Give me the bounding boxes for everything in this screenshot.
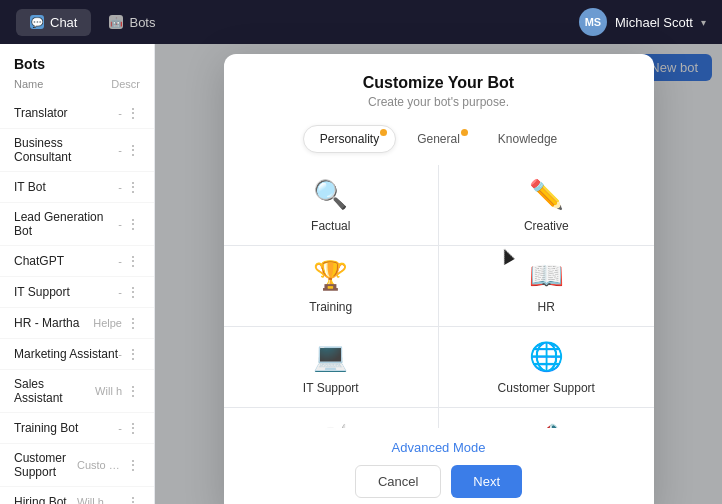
sidebar-row[interactable]: IT Support - ⋮ [0,277,154,308]
nav-tab-chat[interactable]: 💬 Chat [16,9,91,36]
sidebar-row-name: Training Bot [14,421,118,435]
tab-general[interactable]: General [400,125,477,153]
option-reservation[interactable]: 🍽️ Reservation [224,408,439,428]
more-options-icon[interactable]: ⋮ [122,253,140,269]
advanced-mode-link[interactable]: Advanced Mode [392,440,486,455]
sidebar-row-desc: Will h Ward [77,496,122,504]
sidebar-row-name: Sales Assistant [14,377,95,405]
tab-personality[interactable]: Personality [303,125,396,153]
more-options-icon[interactable]: ⋮ [122,457,140,473]
sidebar-row[interactable]: Hiring Bot Will h Ward ⋮ [0,487,154,504]
avatar: MS [579,8,607,36]
creative-label: Creative [524,219,569,233]
sidebar-row-name: IT Bot [14,180,118,194]
content-area: + + New bot Customize Your Bot Create yo… [155,44,722,504]
general-tab-dot [461,129,468,136]
sidebar-row[interactable]: Lead Generation Bot - ⋮ [0,203,154,246]
more-options-icon[interactable]: ⋮ [122,420,140,436]
next-button[interactable]: Next [451,465,522,498]
nav-tab-bots[interactable]: 🤖 Bots [95,9,169,36]
option-customer_support[interactable]: 🌐 Customer Support [439,327,654,407]
sidebar-row[interactable]: Training Bot - ⋮ [0,413,154,444]
customer_support-label: Customer Support [498,381,595,395]
sidebar: Bots Name Descr Translator - ⋮ Business … [0,44,155,504]
bots-icon: 🤖 [109,15,123,29]
marketing-icon: 📣 [529,421,564,429]
option-creative[interactable]: ✏️ Creative [439,165,654,245]
more-options-icon[interactable]: ⋮ [122,179,140,195]
sidebar-row-name: Translator [14,106,118,120]
option-training[interactable]: 🏆 Training [224,246,439,326]
option-it_support[interactable]: 💻 IT Support [224,327,439,407]
chat-icon: 💬 [30,15,44,29]
sidebar-row-name: Marketing Assistant [14,347,118,361]
sidebar-row-name: IT Support [14,285,118,299]
training-label: Training [309,300,352,314]
modal-title: Customize Your Bot [248,74,630,92]
sidebar-row-desc: Will h [95,385,122,397]
sidebar-row-name: Hiring Bot [14,495,77,504]
more-options-icon[interactable]: ⋮ [122,346,140,362]
it_support-icon: 💻 [313,340,348,373]
hr-icon: 📖 [529,259,564,292]
reservation-icon: 🍽️ [313,421,348,429]
modal-actions: Cancel Next [355,465,522,498]
option-factual[interactable]: 🔍 Factual [224,165,439,245]
sidebar-row[interactable]: Marketing Assistant - ⋮ [0,339,154,370]
more-options-icon[interactable]: ⋮ [122,216,140,232]
modal-overlay: Customize Your Bot Create your bot's pur… [155,44,722,504]
training-icon: 🏆 [313,259,348,292]
option-grid: 🔍 Factual ✏️ Creative 🏆 Training 📖 HR 💻 … [224,165,654,428]
user-name: Michael Scott [615,15,693,30]
sidebar-row[interactable]: ChatGPT - ⋮ [0,246,154,277]
sidebar-row-desc: Helpe [93,317,122,329]
tab-knowledge[interactable]: Knowledge [481,125,574,153]
modal: Customize Your Bot Create your bot's pur… [224,54,654,504]
customer_support-icon: 🌐 [529,340,564,373]
sidebar-row-name: Customer Support [14,451,77,479]
tab-general-label: General [417,132,460,146]
more-options-icon[interactable]: ⋮ [122,284,140,300]
more-options-icon[interactable]: ⋮ [122,105,140,121]
more-options-icon[interactable]: ⋮ [122,383,140,399]
more-options-icon[interactable]: ⋮ [122,142,140,158]
sidebar-row[interactable]: IT Bot - ⋮ [0,172,154,203]
sidebar-row-name: Lead Generation Bot [14,210,118,238]
sidebar-row[interactable]: HR - Martha Helpe ⋮ [0,308,154,339]
sidebar-row-name: HR - Martha [14,316,93,330]
nav-tab-chat-label: Chat [50,15,77,30]
sidebar-row-desc: Custo webs [77,459,122,471]
option-hr[interactable]: 📖 HR [439,246,654,326]
user-badge[interactable]: MS Michael Scott ▾ [579,8,706,36]
more-options-icon[interactable]: ⋮ [122,494,140,504]
main-layout: Bots Name Descr Translator - ⋮ Business … [0,44,722,504]
sidebar-rows-container: Translator - ⋮ Business Consultant - ⋮ I… [0,98,154,504]
option-marketing[interactable]: 📣 Marketing [439,408,654,428]
modal-tabs: Personality General Knowledge [224,117,654,153]
sidebar-row-name: ChatGPT [14,254,118,268]
factual-label: Factual [311,219,350,233]
modal-header: Customize Your Bot Create your bot's pur… [224,54,654,117]
nav-tab-bots-label: Bots [129,15,155,30]
tab-knowledge-label: Knowledge [498,132,557,146]
sidebar-row[interactable]: Customer Support Custo webs ⋮ [0,444,154,487]
modal-subtitle: Create your bot's purpose. [248,95,630,109]
modal-footer: Advanced Mode Cancel Next [224,428,654,504]
cancel-button[interactable]: Cancel [355,465,441,498]
sidebar-row[interactable]: Business Consultant - ⋮ [0,129,154,172]
factual-icon: 🔍 [313,178,348,211]
sidebar-title: Bots [0,56,154,78]
tab-personality-label: Personality [320,132,379,146]
sidebar-columns: Name Descr [0,78,154,98]
it_support-label: IT Support [303,381,359,395]
more-options-icon[interactable]: ⋮ [122,315,140,331]
creative-icon: ✏️ [529,178,564,211]
col-desc-header: Descr [111,78,140,90]
personality-tab-dot [380,129,387,136]
sidebar-row[interactable]: Translator - ⋮ [0,98,154,129]
col-name-header: Name [14,78,107,90]
chevron-down-icon: ▾ [701,17,706,28]
sidebar-row[interactable]: Sales Assistant Will h ⋮ [0,370,154,413]
sidebar-row-name: Business Consultant [14,136,118,164]
topbar: 💬 Chat 🤖 Bots MS Michael Scott ▾ [0,0,722,44]
